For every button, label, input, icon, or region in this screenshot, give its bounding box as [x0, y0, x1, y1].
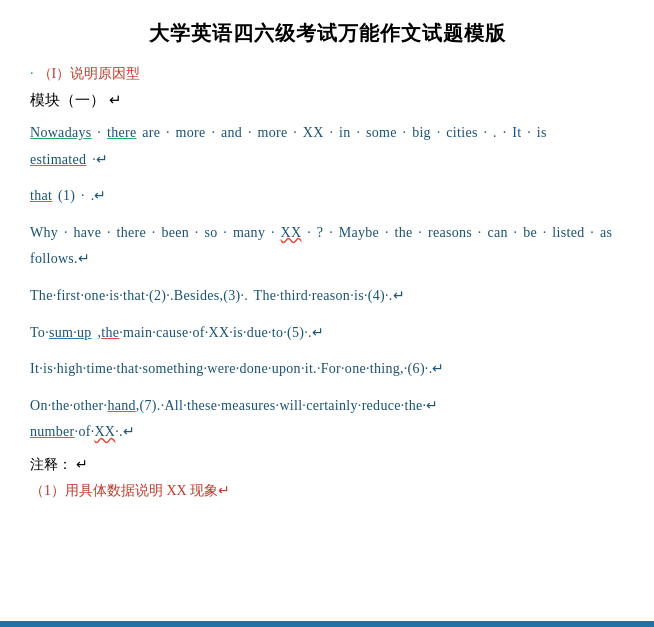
- paragraph-7-ofxx: ·of·XX·.↵: [75, 424, 136, 439]
- notes-label: 注释： ↵: [30, 456, 624, 474]
- paragraph-1-plus: ·↵: [92, 152, 108, 167]
- paragraph-7: On·the·other·hand,(7).·All·these·measure…: [30, 393, 624, 446]
- paragraph-5-comma: ,: [92, 325, 102, 340]
- note-item-1-text: （1）用具体数据说明 XX 现象: [30, 483, 218, 498]
- paragraph-4-text: The·first·one·is·that·(2)·.Besides,(3)·.…: [30, 288, 405, 303]
- paragraph-7-on: On·the·other·: [30, 398, 107, 413]
- paragraph-1-there-text: there: [107, 125, 136, 140]
- paragraph-5-rest: ·main·cause·of·XX·is·due·to·(5)·.↵: [119, 325, 324, 340]
- paragraph-5: To·sum·up ,the·main·cause·of·XX·is·due·t…: [30, 320, 624, 347]
- section-label-text: （I）说明原因型: [38, 65, 141, 83]
- paragraph-1-rest1: are · more · and · more · XX · in · some…: [142, 125, 547, 140]
- module-label: 模块（一） ↵: [30, 91, 624, 110]
- notes-label-text: 注释：: [30, 457, 72, 472]
- paragraph-1: Nowadays · there are · more · and · more…: [30, 120, 624, 173]
- paragraph-7-hand: hand: [107, 398, 135, 413]
- page-title: 大学英语四六级考试万能作文试题模版: [30, 20, 624, 47]
- paragraph-4: The·first·one·is·that·(2)·.Besides,(3)·.…: [30, 283, 624, 310]
- paragraph-2-content: (1) · .↵: [58, 188, 107, 203]
- section-label: （I）说明原因型: [30, 65, 624, 83]
- paragraph-2: that (1) · .↵: [30, 183, 624, 210]
- paragraph-6-text: It·is·high·time·that·something·were·done…: [30, 361, 445, 376]
- paragraph-3-text: Why · have · there · been · so · many · …: [30, 225, 612, 240]
- paragraph-7-comma: ,(7).·All·these·measures·will·certainly·…: [136, 398, 439, 413]
- paragraph-7-number: number: [30, 424, 75, 439]
- paragraph-5-the: the: [101, 325, 119, 340]
- paragraph-3: Why · have · there · been · so · many · …: [30, 220, 624, 273]
- paragraph-1-nowdays: Nowadays: [30, 125, 92, 140]
- module-label-text: 模块（一）: [30, 92, 105, 108]
- paragraph-1-estimated: estimated: [30, 152, 86, 167]
- paragraph-3-follows: follows.↵: [30, 251, 90, 266]
- bottom-bar: [0, 621, 654, 627]
- note-item-1: （1）用具体数据说明 XX 现象↵: [30, 482, 624, 500]
- paragraph-5-sumup: sum·up: [49, 325, 92, 340]
- paragraph-6: It·is·high·time·that·something·were·done…: [30, 356, 624, 383]
- paragraph-1-there: ·: [97, 125, 101, 140]
- paragraph-2-that: that: [30, 188, 52, 203]
- paragraph-5-to: To·: [30, 325, 49, 340]
